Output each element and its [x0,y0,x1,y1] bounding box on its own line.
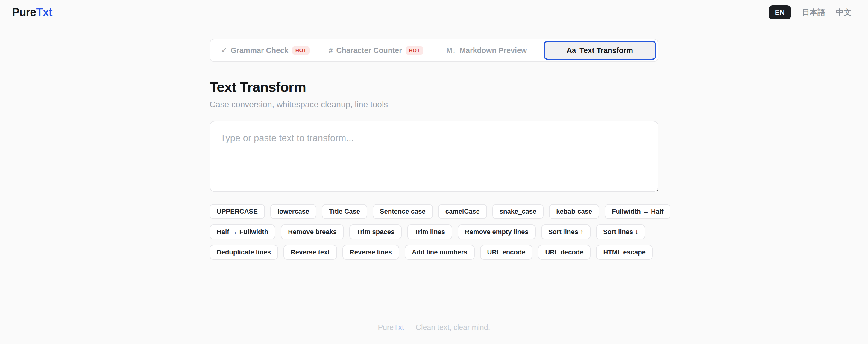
brand-logo[interactable]: PureTxt [12,6,52,19]
action-snake-case[interactable]: snake_case [492,204,544,219]
text-input[interactable] [210,121,658,192]
action-row: Half → FullwidthRemove breaksTrim spaces… [210,224,658,239]
action-kebab-case[interactable]: kebab-case [549,204,599,219]
action-trim-lines[interactable]: Trim lines [407,224,452,239]
footer: PureTxt — Clean text, clear mind. [0,310,868,344]
tab-label: Text Transform [580,46,633,55]
action-remove-breaks[interactable]: Remove breaks [281,224,344,239]
footer-tagline: PureTxt — Clean text, clear mind. [378,323,490,332]
tab-label: Markdown Preview [460,46,527,55]
tab-text-transform[interactable]: AaText Transform [544,41,657,60]
action-title-case[interactable]: Title Case [322,204,367,219]
tab-markdown-preview[interactable]: M↓Markdown Preview [431,39,542,61]
text-transform-icon: Aa [567,46,576,55]
language-switcher: EN日本語中文 [769,5,851,20]
action-lowercase[interactable]: lowercase [270,204,316,219]
footer-tagline-text: — Clean text, clear mind. [404,323,490,332]
action-row: Deduplicate linesReverse textReverse lin… [210,245,658,260]
action-half-to-fullwidth[interactable]: Half → Fullwidth [210,224,275,239]
action-trim-spaces[interactable]: Trim spaces [349,224,402,239]
action-sort-lines-up[interactable]: Sort lines ↑ [541,224,591,239]
action-deduplicate-lines[interactable]: Deduplicate lines [210,245,278,260]
action-html-escape[interactable]: HTML escape [596,245,652,260]
tab-character-counter[interactable]: #Character CounterHOT [321,39,432,61]
hot-badge: HOT [292,47,310,55]
grammar-check-icon: ✓ [221,46,227,55]
tab-grammar-check[interactable]: ✓Grammar CheckHOT [210,39,321,61]
page-subtitle: Case conversion, whitespace cleanup, lin… [210,100,658,109]
action-url-encode[interactable]: URL encode [480,245,533,260]
action-row: UPPERCASElowercaseTitle CaseSentence cas… [210,204,658,219]
brand-logo-pure: Pure [12,6,36,19]
hot-badge: HOT [406,47,423,55]
action-remove-empty-lines[interactable]: Remove empty lines [458,224,536,239]
footer-brand-pure: Pure [378,323,394,332]
action-reverse-lines[interactable]: Reverse lines [342,245,399,260]
footer-brand-txt: Txt [394,323,404,332]
lang-ja[interactable]: 日本語 [802,7,825,18]
action-sort-lines-down[interactable]: Sort lines ↓ [596,224,645,239]
page-title: Text Transform [210,79,658,95]
action-add-line-numbers[interactable]: Add line numbers [405,245,475,260]
action-reverse-text[interactable]: Reverse text [283,245,337,260]
tool-tabs: ✓Grammar CheckHOT#Character CounterHOTM↓… [210,39,658,62]
lang-en[interactable]: EN [769,5,791,20]
tab-label: Character Counter [336,46,402,55]
brand-logo-txt: Txt [36,6,52,19]
action-camelcase[interactable]: camelCase [438,204,487,219]
markdown-preview-icon: M↓ [446,46,456,55]
action-uppercase[interactable]: UPPERCASE [210,204,265,219]
action-sentence-case[interactable]: Sentence case [373,204,433,219]
tab-label: Grammar Check [231,46,288,55]
action-fullwidth-to-half[interactable]: Fullwidth → Half [604,204,671,219]
action-url-decode[interactable]: URL decode [538,245,591,260]
header: PureTxt EN日本語中文 [0,0,868,25]
main-content: ✓Grammar CheckHOT#Character CounterHOTM↓… [210,25,658,265]
transform-actions: UPPERCASElowercaseTitle CaseSentence cas… [210,204,658,260]
lang-zh[interactable]: 中文 [836,7,851,18]
character-counter-icon: # [329,46,333,55]
